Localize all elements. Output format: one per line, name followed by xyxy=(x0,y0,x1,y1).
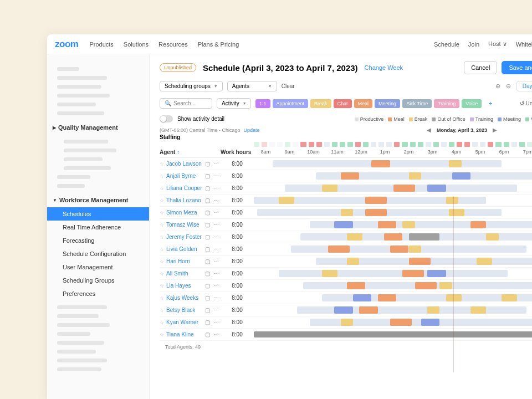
agent-name-link[interactable]: Tiana Kline xyxy=(166,331,203,337)
sidebar-item-scheduling-groups[interactable]: Scheduling Groups xyxy=(47,274,149,287)
horizontal-scrollbar[interactable] xyxy=(254,331,532,337)
more-icon[interactable]: ⋯ xyxy=(213,331,219,337)
activity-block[interactable] xyxy=(279,197,294,204)
star-icon[interactable]: ☆ xyxy=(160,198,164,203)
comment-icon[interactable]: ▢ xyxy=(205,258,210,264)
star-icon[interactable]: ☆ xyxy=(160,222,164,228)
more-icon[interactable]: ⋯ xyxy=(213,197,219,203)
star-icon[interactable]: ☆ xyxy=(160,308,164,313)
activity-block[interactable] xyxy=(477,258,492,265)
prev-day-button[interactable]: ◀ xyxy=(427,127,431,133)
schedule-lane[interactable] xyxy=(254,306,532,314)
comment-icon[interactable]: ▢ xyxy=(205,173,210,179)
more-icon[interactable]: ⋯ xyxy=(213,209,219,216)
activity-block[interactable] xyxy=(421,319,440,326)
chip-appointment[interactable]: Appointment xyxy=(273,99,309,108)
more-icon[interactable]: ⋯ xyxy=(213,246,219,252)
nav-planspricing[interactable]: Plans & Pricing xyxy=(198,41,239,48)
nav-schedule[interactable]: Schedule xyxy=(434,41,459,48)
sidebar-item-preferences[interactable]: Preferences xyxy=(47,287,149,300)
more-icon[interactable]: ⋯ xyxy=(213,161,219,167)
chip-voice[interactable]: Voice xyxy=(462,99,482,108)
activity-block[interactable] xyxy=(427,306,439,314)
agent-name-link[interactable]: Betsy Black xyxy=(166,307,203,313)
nav-resources[interactable]: Resources xyxy=(158,41,188,48)
timezone-update-link[interactable]: Update xyxy=(244,127,260,133)
schedule-lane[interactable] xyxy=(254,160,532,168)
schedule-lane[interactable] xyxy=(254,233,532,241)
comment-icon[interactable]: ▢ xyxy=(205,331,210,337)
schedule-lane[interactable] xyxy=(254,209,532,217)
activity-block[interactable] xyxy=(409,172,421,180)
activity-block[interactable] xyxy=(409,258,431,265)
sidebar-item-user-management[interactable]: User Management xyxy=(47,260,149,274)
more-icon[interactable]: ⋯ xyxy=(213,270,219,277)
sidebar-item-forecasting[interactable]: Forecasting xyxy=(47,234,149,247)
activity-block[interactable] xyxy=(502,294,517,301)
agent-name-link[interactable]: Livia Golden xyxy=(166,246,203,252)
search-input[interactable]: 🔍Search... xyxy=(160,98,212,109)
activity-block[interactable] xyxy=(359,306,378,314)
star-icon[interactable]: ☆ xyxy=(160,173,164,179)
agent-col-header[interactable]: Agent xyxy=(160,149,175,155)
sidebar-item-schedule-configuration[interactable]: Schedule Configuration xyxy=(47,247,149,260)
more-icon[interactable]: ⋯ xyxy=(213,295,219,301)
schedule-lane[interactable] xyxy=(254,270,532,278)
schedule-lane[interactable] xyxy=(254,319,532,326)
star-icon[interactable]: ☆ xyxy=(160,247,164,252)
activity-block[interactable] xyxy=(347,282,366,289)
activity-block[interactable] xyxy=(390,319,412,326)
star-icon[interactable]: ☆ xyxy=(160,210,164,216)
nav-host[interactable]: Host ∨ xyxy=(488,40,507,48)
activity-block[interactable] xyxy=(470,306,486,314)
schedule-lane[interactable] xyxy=(254,282,532,290)
clear-filters[interactable]: Clear xyxy=(282,83,295,89)
activity-block[interactable] xyxy=(393,185,415,192)
more-icon[interactable]: ⋯ xyxy=(213,234,219,240)
agent-name-link[interactable]: Lia Hayes xyxy=(166,283,203,289)
comment-icon[interactable]: ▢ xyxy=(205,270,210,277)
agent-name-link[interactable]: Kajus Weeks xyxy=(166,295,203,301)
cancel-button[interactable]: Cancel xyxy=(464,61,497,74)
activity-block[interactable] xyxy=(322,270,337,277)
scheduling-groups-select[interactable]: Scheduling groups▼ xyxy=(160,81,223,91)
section-workforce-management[interactable]: ▼Workforce Management xyxy=(47,193,149,207)
schedule-lane[interactable] xyxy=(254,294,532,302)
zoom-out-icon[interactable]: ⊖ xyxy=(506,83,511,90)
activity-block[interactable] xyxy=(390,245,409,253)
activity-block[interactable] xyxy=(334,306,353,314)
activity-block[interactable] xyxy=(439,282,452,289)
comment-icon[interactable]: ▢ xyxy=(205,209,210,216)
schedule-lane[interactable] xyxy=(254,258,532,265)
activity-block[interactable] xyxy=(427,270,446,277)
sidebar-item-real-time-adherence[interactable]: Real Time Adherence xyxy=(47,221,149,234)
activity-block[interactable] xyxy=(415,282,437,289)
star-icon[interactable]: ☆ xyxy=(160,259,164,264)
save-publish-button[interactable]: Save and Publish xyxy=(502,61,532,74)
chip-sicktime[interactable]: Sick Time xyxy=(402,99,432,108)
star-icon[interactable]: ☆ xyxy=(160,320,164,325)
comment-icon[interactable]: ▢ xyxy=(205,161,210,167)
next-day-button[interactable]: ▶ xyxy=(493,127,497,133)
zoom-in-icon[interactable]: ⊕ xyxy=(495,83,500,90)
activity-block[interactable] xyxy=(334,221,353,228)
star-icon[interactable]: ☆ xyxy=(160,332,164,337)
activity-block[interactable] xyxy=(322,185,337,192)
schedule-lane[interactable] xyxy=(254,331,532,339)
nav-whiteboard[interactable]: Whiteboard xyxy=(516,41,532,48)
star-icon[interactable]: ☆ xyxy=(160,295,164,301)
activity-block[interactable] xyxy=(409,233,440,241)
activity-select[interactable]: Activity▼ xyxy=(217,98,251,109)
activity-block[interactable] xyxy=(328,245,350,253)
section-quality-management[interactable]: ▶Quality Management xyxy=(47,120,149,135)
star-icon[interactable]: ☆ xyxy=(160,283,164,289)
undo-button[interactable]: ↺ Undo xyxy=(520,100,532,106)
shift-bar[interactable] xyxy=(279,270,508,277)
comment-icon[interactable]: ▢ xyxy=(205,185,210,191)
detail-toggle[interactable] xyxy=(160,115,173,122)
agent-name-link[interactable]: Liliana Cooper xyxy=(166,185,203,191)
agent-name-link[interactable]: Simon Meza xyxy=(166,209,203,216)
activity-block[interactable] xyxy=(470,221,486,228)
more-icon[interactable]: ⋯ xyxy=(213,185,219,191)
activity-block[interactable] xyxy=(452,172,471,180)
